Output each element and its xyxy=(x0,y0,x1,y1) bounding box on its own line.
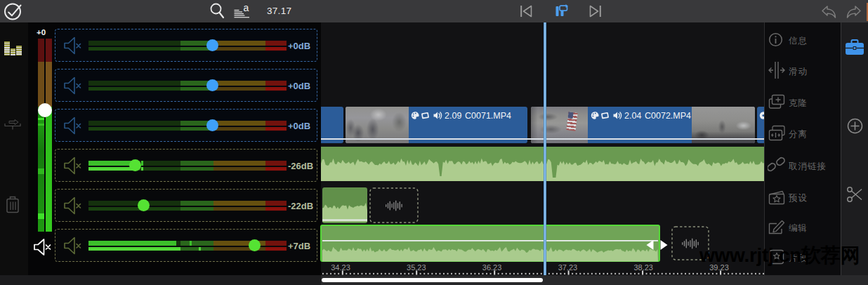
svg-text:a: a xyxy=(244,3,249,13)
